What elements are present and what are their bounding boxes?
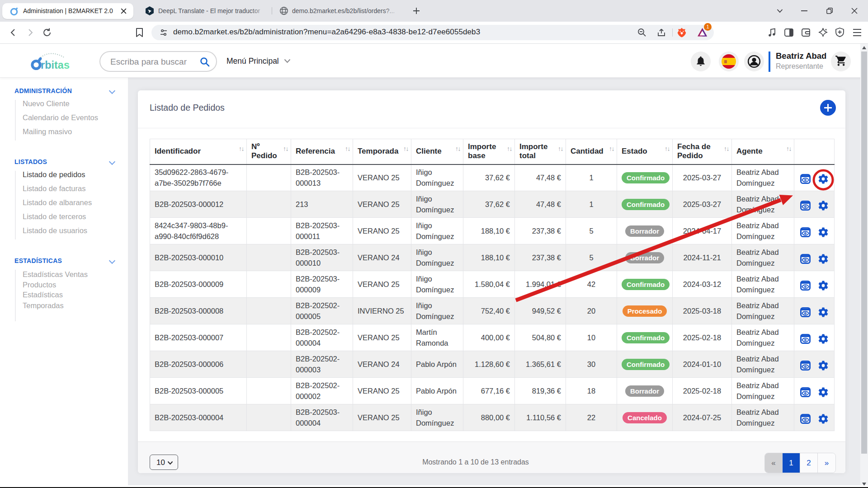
svg-text:rbitas: rbitas <box>41 59 70 71</box>
